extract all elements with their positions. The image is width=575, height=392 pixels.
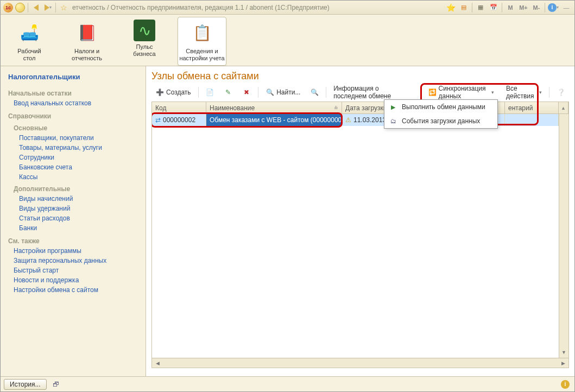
- windows-list-icon[interactable]: 🗗: [50, 379, 62, 390]
- create-button[interactable]: ➕ Создать: [151, 86, 195, 98]
- all-actions-label: Все действия: [506, 85, 536, 100]
- clear-search-icon: 🔍: [310, 88, 319, 97]
- clipboard-icon: 📋: [189, 20, 215, 46]
- app-1c-icon[interactable]: 1c: [3, 2, 14, 13]
- pulse-icon: ∿: [134, 20, 155, 41]
- horizontal-scrollbar[interactable]: ◀ ▶: [152, 358, 568, 368]
- cell-code: ⇄ 000000002: [152, 114, 206, 126]
- delete-button[interactable]: ✖: [238, 86, 255, 98]
- sidebar-heading: Справочники: [1, 108, 146, 121]
- sidebar-title[interactable]: Налогоплательщики: [1, 72, 146, 85]
- calc-icon[interactable]: ▦: [475, 2, 486, 13]
- plus-icon: ➕: [155, 88, 164, 97]
- sidebar-link[interactable]: Защита персональных данных: [1, 256, 146, 265]
- nav-back-icon[interactable]: [30, 2, 41, 13]
- section-pulse[interactable]: ∿ Пульс бизнеса: [120, 17, 169, 61]
- sidebar-link[interactable]: Виды удержаний: [1, 204, 146, 213]
- section-label: Пульс бизнеса: [122, 43, 167, 58]
- nav-forward-icon[interactable]: ▾: [42, 2, 53, 13]
- fav-add-icon[interactable]: ⭐: [445, 2, 457, 13]
- pencil-icon: ✎: [224, 88, 232, 97]
- sidebar-link[interactable]: Ввод начальных остатков: [1, 98, 146, 108]
- sort-icon: ≞: [334, 105, 338, 111]
- sync-data-dropdown[interactable]: 🔁 Синхронизация данных: [425, 86, 498, 98]
- sidebar-heading: Начальные остатки: [1, 85, 146, 98]
- favorite-star-icon[interactable]: ☆: [58, 2, 69, 13]
- sidebar-link[interactable]: Банки: [1, 223, 146, 233]
- rss-icon[interactable]: ▤: [458, 2, 470, 13]
- grid-header: Код Наименование≞ Дата загрузки ентарий …: [152, 102, 568, 114]
- copy-icon: 📄: [205, 88, 214, 97]
- sync-label: Синхронизация данных: [439, 85, 488, 100]
- col-name-header[interactable]: Наименование≞: [206, 102, 342, 113]
- exec-exchange-item[interactable]: ▶ Выполнить обмен данными: [384, 100, 497, 114]
- table-row[interactable]: ⇄ 000000002 Обмен заказами с WEB - сайто…: [152, 114, 568, 126]
- all-actions-dropdown[interactable]: Все действия: [502, 86, 546, 98]
- desktop-icon: 🛋️: [16, 20, 42, 46]
- history-button[interactable]: История...: [4, 379, 47, 390]
- cell-name: Обмен заказами с WEB - сайтом (000000002…: [206, 114, 342, 126]
- sidebar-link[interactable]: Кассы: [1, 172, 146, 182]
- toolbar: ➕ Создать 📄 ✎ ✖ 🔍 Найти... 🔍 Информация …: [151, 85, 569, 99]
- section-desktop[interactable]: 🛋️ Рабочий стол: [5, 17, 54, 66]
- exec-label: Выполнить обмен данными: [402, 103, 485, 111]
- find-button[interactable]: 🔍 Найти...: [262, 86, 304, 98]
- statusbar: История... 🗗 i: [1, 376, 574, 391]
- events-label: События загрузки данных: [402, 117, 480, 125]
- sidebar-subheading: Дополнительные: [1, 182, 146, 194]
- sidebar-link[interactable]: Настройки обмена с сайтом: [1, 285, 146, 295]
- info-label: Информация о последнем обмене: [333, 85, 414, 100]
- book-icon: 📕: [74, 20, 100, 46]
- sync-icon: 🔁: [428, 88, 437, 97]
- help-icon: ❔: [557, 88, 565, 97]
- info-icon[interactable]: i▾: [547, 2, 559, 13]
- scroll-right-icon[interactable]: ▶: [559, 359, 567, 367]
- section-taxes[interactable]: 📕 Налоги и отчетность: [62, 17, 111, 66]
- data-grid: Код Наименование≞ Дата загрузки ентарий …: [151, 102, 569, 368]
- sidebar-link[interactable]: Сотрудники: [1, 153, 146, 162]
- cell-comment: [505, 114, 559, 126]
- last-exchange-info-button[interactable]: Информация о последнем обмене: [330, 86, 418, 98]
- copy-button[interactable]: 📄: [201, 86, 218, 98]
- sidebar-link[interactable]: Новости и поддержка: [1, 275, 146, 285]
- clear-find-button[interactable]: 🔍: [306, 86, 323, 98]
- sidebar-subheading: Основные: [1, 121, 146, 133]
- delete-icon: ✖: [242, 88, 251, 97]
- load-events-item[interactable]: 🗂 События загрузки данных: [384, 114, 497, 128]
- calendar-icon[interactable]: 📅: [488, 2, 500, 13]
- scroll-down-icon[interactable]: ▼: [560, 348, 568, 357]
- sidebar-link[interactable]: Настройки программы: [1, 246, 146, 256]
- minimize-icon[interactable]: —: [560, 2, 572, 13]
- node-icon: ⇄: [155, 116, 161, 124]
- sidebar-link[interactable]: Поставщики, покупатели: [1, 133, 146, 143]
- content-area: Узлы обмена с сайтами ➕ Создать 📄 ✎ ✖ 🔍 …: [146, 66, 574, 376]
- scroll-left-icon[interactable]: ◀: [153, 359, 162, 367]
- edit-button[interactable]: ✎: [220, 86, 236, 98]
- scroll-up-icon[interactable]: ▲: [559, 102, 568, 113]
- play-icon: ▶: [389, 103, 397, 111]
- search-icon: 🔍: [266, 88, 274, 97]
- sidebar-link[interactable]: Статьи расходов: [1, 213, 146, 223]
- section-bar: 🛋️ Рабочий стол 📕 Налоги и отчетность ∿ …: [1, 15, 574, 66]
- section-settings[interactable]: 📋 Сведения и настройки учета: [178, 17, 226, 66]
- sidebar-heading: См. также: [1, 233, 146, 246]
- page-title: Узлы обмена с сайтами: [151, 71, 569, 82]
- nav-home-icon[interactable]: [15, 2, 26, 13]
- events-icon: 🗂: [389, 117, 397, 125]
- sidebar-link[interactable]: Банковские счета: [1, 162, 146, 172]
- sync-dropdown-menu: ▶ Выполнить обмен данными 🗂 События загр…: [384, 99, 498, 129]
- sidebar: Налогоплательщики Начальные остатки Ввод…: [1, 66, 146, 376]
- mem-mminus-button[interactable]: M-: [530, 2, 542, 13]
- col-code-header[interactable]: Код: [152, 102, 206, 113]
- sidebar-link[interactable]: Быстрый старт: [1, 265, 146, 275]
- col-comment-header[interactable]: ентарий: [505, 102, 559, 113]
- window-title: етчетность / Отчетность предпринимателя,…: [72, 4, 330, 11]
- mem-m-button[interactable]: M: [504, 2, 516, 13]
- vertical-scrollbar[interactable]: ▼: [559, 114, 568, 358]
- help-button[interactable]: ❔: [553, 86, 569, 98]
- mem-mplus-button[interactable]: M+: [517, 2, 529, 13]
- sidebar-link[interactable]: Товары, материалы, услуги: [1, 143, 146, 153]
- section-label: Налоги и отчетность: [64, 48, 110, 62]
- sidebar-link[interactable]: Виды начислений: [1, 194, 146, 204]
- status-info-icon[interactable]: i: [559, 379, 571, 390]
